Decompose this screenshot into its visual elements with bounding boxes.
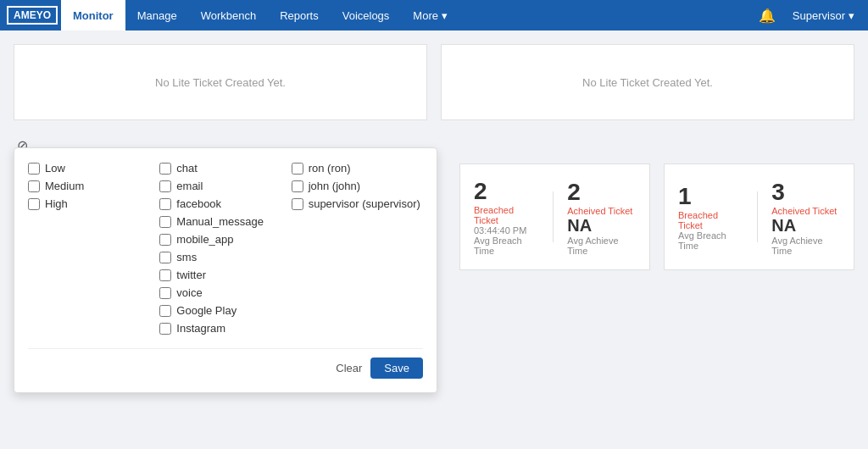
save-button[interactable]: Save — [370, 358, 423, 379]
priority-low-label: Low — [45, 162, 65, 175]
stat-card-1: 2 Breached Ticket 03:44:40 PM Avg Breach… — [459, 164, 650, 270]
channel-manual-item[interactable]: Manual_message — [159, 215, 291, 228]
agent-supervisor-label: supervisor (supervisor) — [309, 197, 420, 210]
stat-card-2: 1 Breached Ticket Avg Breach Time 3 Ache… — [664, 164, 854, 270]
channel-sms-item[interactable]: sms — [159, 251, 291, 263]
notifications-bell-icon[interactable]: 🔔 — [748, 8, 786, 24]
channel-instagram-label: Instagram — [176, 322, 225, 335]
channel-twitter-item[interactable]: twitter — [159, 269, 291, 281]
breached-label-1: Breached Ticket — [474, 205, 539, 225]
filter-dropdown-panel: Low Medium High chat e — [14, 147, 437, 393]
brand-logo: AMEYO — [7, 6, 58, 25]
breach-time-label-2: Avg Breach Time — [678, 230, 743, 251]
agent-john-item[interactable]: john (john) — [292, 180, 423, 192]
nav-voicelogs[interactable]: Voicelogs — [331, 0, 402, 30]
priority-low-item[interactable]: Low — [28, 162, 159, 175]
channel-email-label: email — [176, 180, 203, 192]
nav-manage[interactable]: Manage — [125, 0, 189, 30]
channel-sms-label: sms — [176, 251, 197, 263]
stat-achieved-section-2: 3 Acheived Ticket NA Avg Achieve Time — [771, 179, 840, 256]
priority-low-checkbox[interactable] — [28, 163, 40, 175]
agent-column: ron (ron) john (john) supervisor (superv… — [292, 162, 423, 335]
channel-mobileapp-item[interactable]: mobile_app — [159, 233, 291, 246]
channel-facebook-item[interactable]: facebook — [159, 197, 291, 210]
channel-mobileapp-checkbox[interactable] — [159, 234, 171, 246]
channel-column: chat email facebook Manual_message mobil… — [159, 162, 291, 335]
channel-googleplay-item[interactable]: Google Play — [159, 304, 291, 317]
dropdown-columns: Low Medium High chat e — [28, 162, 423, 335]
priority-medium-label: Medium — [45, 180, 84, 192]
breached-count-2: 1 — [678, 183, 692, 210]
breached-label-2: Breached Ticket — [678, 210, 743, 230]
channel-email-checkbox[interactable] — [159, 180, 171, 192]
stat-breached-section-1: 2 Breached Ticket 03:44:40 PM Avg Breach… — [474, 178, 539, 256]
channel-voice-label: voice — [176, 286, 202, 299]
achieved-count-1: 2 — [567, 179, 581, 206]
priority-column: Low Medium High — [28, 162, 159, 335]
achieved-time-2: NA — [771, 216, 796, 236]
agent-john-label: john (john) — [309, 180, 360, 192]
nav-more-label: More — [413, 9, 438, 22]
priority-high-item[interactable]: High — [28, 197, 159, 210]
achieved-time-1: NA — [567, 216, 592, 236]
breach-time-1: 03:44:40 PM — [474, 225, 526, 236]
channel-email-item[interactable]: email — [159, 180, 291, 192]
channel-facebook-checkbox[interactable] — [159, 198, 171, 210]
agent-supervisor-item[interactable]: supervisor (supervisor) — [292, 197, 423, 210]
stat-divider-1 — [553, 191, 554, 242]
breach-time-label-1: Avg Breach Time — [474, 236, 539, 256]
channel-googleplay-label: Google Play — [176, 304, 236, 317]
achieved-time-label-2: Avg Achieve Time — [771, 236, 840, 256]
main-content: No Lite Ticket Created Yet. No Lite Tick… — [0, 30, 868, 284]
supervisor-menu[interactable]: Supervisor ▾ — [786, 9, 861, 22]
channel-chat-checkbox[interactable] — [159, 163, 171, 175]
channel-voice-checkbox[interactable] — [159, 287, 171, 299]
stat-breached-section-2: 1 Breached Ticket Avg Breach Time — [678, 183, 743, 251]
breached-count-1: 2 — [474, 178, 487, 205]
navbar: AMEYO Monitor Manage Workbench Reports V… — [0, 0, 868, 30]
nav-workbench[interactable]: Workbench — [189, 0, 269, 30]
empty-ticket-row: No Lite Ticket Created Yet. No Lite Tick… — [14, 44, 854, 120]
channel-manual-label: Manual_message — [176, 215, 264, 228]
agent-supervisor-checkbox[interactable] — [292, 198, 303, 210]
channel-sms-checkbox[interactable] — [159, 252, 171, 263]
empty-ticket-card-right: No Lite Ticket Created Yet. — [441, 44, 854, 120]
channel-mobileapp-label: mobile_app — [176, 233, 233, 246]
channel-googleplay-checkbox[interactable] — [159, 305, 171, 317]
channel-manual-checkbox[interactable] — [159, 216, 171, 228]
nav-reports[interactable]: Reports — [268, 0, 331, 30]
achieved-label-1: Acheived Ticket — [567, 206, 632, 216]
channel-instagram-item[interactable]: Instagram — [159, 322, 291, 335]
supervisor-label: Supervisor — [793, 9, 845, 22]
stat-achieved-section-1: 2 Acheived Ticket NA Avg Achieve Time — [567, 179, 636, 256]
achieved-count-2: 3 — [771, 179, 785, 206]
chevron-down-icon: ▾ — [849, 9, 854, 22]
priority-high-checkbox[interactable] — [28, 198, 40, 210]
priority-medium-checkbox[interactable] — [28, 180, 40, 192]
priority-medium-item[interactable]: Medium — [28, 180, 159, 192]
channel-twitter-label: twitter — [176, 269, 206, 281]
channel-facebook-label: facebook — [176, 197, 221, 210]
empty-ticket-card-left: No Lite Ticket Created Yet. — [14, 44, 427, 120]
channel-voice-item[interactable]: voice — [159, 286, 291, 299]
agent-ron-label: ron (ron) — [309, 162, 351, 175]
nav-more[interactable]: More ▾ — [401, 0, 459, 30]
chevron-down-icon: ▾ — [442, 9, 448, 22]
channel-instagram-checkbox[interactable] — [159, 323, 171, 335]
channel-chat-label: chat — [176, 162, 198, 175]
priority-high-label: High — [45, 197, 68, 210]
clear-button[interactable]: Clear — [336, 362, 362, 374]
channel-chat-item[interactable]: chat — [159, 162, 291, 175]
agent-ron-checkbox[interactable] — [292, 163, 303, 175]
agent-john-checkbox[interactable] — [292, 180, 303, 192]
agent-ron-item[interactable]: ron (ron) — [292, 162, 423, 175]
nav-monitor[interactable]: Monitor — [61, 0, 125, 30]
dropdown-footer: Clear Save — [28, 348, 423, 379]
stat-divider-2 — [757, 191, 758, 242]
channel-twitter-checkbox[interactable] — [159, 269, 171, 281]
achieved-label-2: Acheived Ticket — [771, 206, 837, 216]
achieved-time-label-1: Avg Achieve Time — [567, 236, 636, 256]
